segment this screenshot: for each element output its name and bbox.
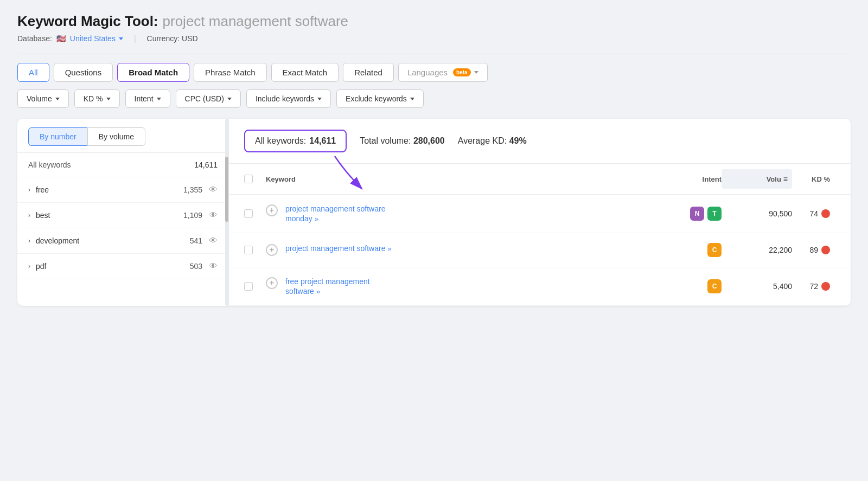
sidebar-count-pdf: 503 xyxy=(190,262,202,271)
all-keywords-sidebar-count: 14,611 xyxy=(194,161,218,169)
sidebar-item-best[interactable]: › best 1,109 👁 xyxy=(17,203,228,228)
row2-kd-indicator xyxy=(821,246,830,254)
expand-arrow-pdf: › xyxy=(28,262,30,270)
tab-exact-match[interactable]: Exact Match xyxy=(271,63,339,82)
by-volume-toggle[interactable]: By volume xyxy=(87,127,145,146)
row3-keyword-cell: + free project management software » xyxy=(266,277,656,296)
table-row: + project management software » C xyxy=(229,233,851,267)
row1-intent-n-badge: N xyxy=(690,207,704,221)
sidebar-kw-free: free xyxy=(36,185,49,194)
row1-checkbox[interactable] xyxy=(244,209,266,218)
header: Keyword Magic Tool: project management s… xyxy=(17,13,851,43)
cpc-chevron-icon xyxy=(227,98,232,100)
sidebar-list: All keywords 14,611 › free 1,355 👁 xyxy=(17,153,228,279)
tab-related[interactable]: Related xyxy=(343,63,394,82)
row2-intent-c-badge: C xyxy=(707,243,722,257)
th-kd: KD % xyxy=(792,175,835,183)
eye-icon-pdf[interactable]: 👁 xyxy=(209,261,218,271)
tab-questions[interactable]: Questions xyxy=(54,63,113,82)
include-keywords-filter[interactable]: Include keywords xyxy=(246,89,331,108)
row3-checkbox[interactable] xyxy=(244,282,266,291)
scrollbar-track xyxy=(225,119,228,306)
tool-title: Keyword Magic Tool: xyxy=(17,13,158,30)
total-volume-summary: Total volume: 280,600 xyxy=(360,136,445,146)
page-container: Keyword Magic Tool: project management s… xyxy=(0,0,868,481)
sidebar-all-keywords: All keywords 14,611 xyxy=(17,153,228,177)
row1-keyword-link[interactable]: project management software xyxy=(285,204,385,213)
search-query: project management software xyxy=(163,13,349,30)
row3-intent: C xyxy=(656,279,722,293)
row3-volume: 5,400 xyxy=(722,282,792,291)
row3-intent-c-badge: C xyxy=(707,279,722,293)
eye-icon-best[interactable]: 👁 xyxy=(209,210,218,220)
currency-label: Currency: USD xyxy=(147,34,198,43)
row1-keyword-line2-link[interactable]: monday » xyxy=(285,214,318,223)
row1-intent: N T xyxy=(656,207,722,221)
sidebar-count-free: 1,355 xyxy=(183,185,202,194)
row1-volume: 90,500 xyxy=(722,209,792,218)
all-keywords-sidebar-label: All keywords xyxy=(28,161,71,169)
row1-arrows-icon: » xyxy=(315,215,318,223)
sidebar-kw-best: best xyxy=(36,211,50,220)
sidebar-kw-development: development xyxy=(36,236,79,245)
eye-icon-free[interactable]: 👁 xyxy=(209,185,218,195)
cpc-filter[interactable]: CPC (USD) xyxy=(176,89,241,108)
summary-all-kw-label: All keywords: xyxy=(255,136,306,146)
row2-volume: 22,200 xyxy=(722,246,792,254)
tab-all[interactable]: All xyxy=(17,63,49,82)
languages-label: Languages xyxy=(407,68,448,77)
sidebar-count-best: 1,109 xyxy=(183,211,202,220)
filters-row: Volume KD % Intent CPC (USD) Include key… xyxy=(17,89,851,108)
expand-arrow-development: › xyxy=(28,237,30,245)
summary-bar: All keywords: 14,611 Total volume: 280,6… xyxy=(229,119,851,164)
th-intent: Intent xyxy=(656,175,722,183)
row1-kd-indicator xyxy=(821,209,830,218)
avg-kd-value: 49% xyxy=(509,136,527,145)
row1-intent-t-badge: T xyxy=(707,207,722,221)
sidebar-item-pdf[interactable]: › pdf 503 👁 xyxy=(17,254,228,279)
row3-add-button[interactable]: + xyxy=(266,277,278,289)
row1-kd: 74 xyxy=(792,209,835,218)
row2-keyword-link[interactable]: project management software » xyxy=(285,244,392,253)
eye-icon-development[interactable]: 👁 xyxy=(209,236,218,246)
row2-arrows-icon: » xyxy=(387,245,391,253)
tab-languages[interactable]: Languages beta xyxy=(398,63,488,82)
tab-phrase-match[interactable]: Phrase Match xyxy=(194,63,267,82)
title-row: Keyword Magic Tool: project management s… xyxy=(17,13,851,30)
header-divider xyxy=(17,54,851,54)
database-link[interactable]: United States xyxy=(70,34,123,43)
all-keywords-summary-box: All keywords: 14,611 xyxy=(244,130,347,152)
sort-icon[interactable]: ≡ xyxy=(783,175,788,183)
table-row: + project management software monday xyxy=(229,195,851,233)
row2-add-button[interactable]: + xyxy=(266,244,278,256)
beta-badge: beta xyxy=(453,68,471,76)
intent-filter[interactable]: Intent xyxy=(125,89,170,108)
exclude-keywords-filter[interactable]: Exclude keywords xyxy=(336,89,424,108)
sidebar-item-free[interactable]: › free 1,355 👁 xyxy=(17,177,228,203)
by-number-toggle[interactable]: By number xyxy=(28,127,87,146)
volume-filter[interactable]: Volume xyxy=(17,89,69,108)
database-chevron-icon xyxy=(119,37,123,40)
select-all-checkbox[interactable] xyxy=(244,175,253,183)
sidebar-item-development[interactable]: › development 541 👁 xyxy=(17,228,228,254)
sidebar: By number By volume All keywords 14,611 … xyxy=(17,119,229,306)
include-chevron-icon xyxy=(317,98,322,100)
sidebar-count-development: 541 xyxy=(190,236,202,245)
tab-broad-match[interactable]: Broad Match xyxy=(117,63,189,82)
row1-keyword-cell: + project management software monday xyxy=(266,204,656,223)
scrollbar-thumb[interactable] xyxy=(225,157,228,222)
sidebar-toggle-row: By number By volume xyxy=(17,119,228,153)
total-volume-value: 280,600 xyxy=(413,136,445,145)
row3-keyword-link[interactable]: free project management xyxy=(285,277,370,286)
th-keyword: Keyword xyxy=(266,175,656,183)
row1-add-button[interactable]: + xyxy=(266,204,278,216)
kd-chevron-icon xyxy=(106,98,111,100)
volume-chevron-icon xyxy=(55,98,60,100)
row2-checkbox[interactable] xyxy=(244,246,266,254)
sidebar-kw-pdf: pdf xyxy=(36,262,46,271)
meta-separator: | xyxy=(134,34,136,43)
row3-keyword-line2-link[interactable]: software » xyxy=(285,287,320,296)
row2-intent: C xyxy=(656,243,722,257)
th-checkbox xyxy=(244,175,266,183)
kd-filter[interactable]: KD % xyxy=(74,89,120,108)
